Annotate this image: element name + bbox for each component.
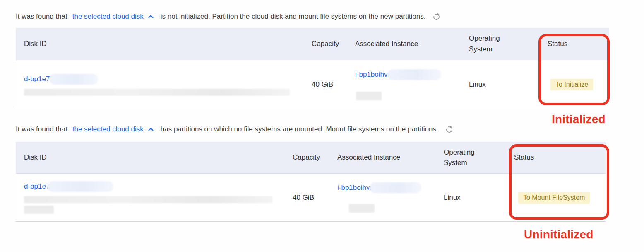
redacted-disk-name — [24, 89, 290, 96]
notice-unmounted-partitions: It was found that the selected cloud dis… — [16, 124, 453, 135]
table-header-row: Disk ID Capacity Associated Instance Ope… — [16, 142, 606, 174]
redacted-disk-meta — [24, 206, 54, 214]
header-capacity: Capacity — [286, 153, 331, 162]
header-associated-instance: Associated Instance — [331, 153, 437, 162]
capacity-cell: 40 GiB — [286, 194, 331, 202]
table-row: d-bp1e7f 40 GiB i-bp1boihvr Linux To Ini… — [16, 60, 609, 109]
instance-cell: i-bp1boihvr — [349, 69, 463, 100]
selected-cloud-disk-link[interactable]: the selected cloud disk — [72, 125, 144, 133]
header-disk-id: Disk ID — [16, 153, 286, 162]
header-operating-system: Operating System — [437, 147, 508, 168]
header-capacity: Capacity — [305, 40, 349, 48]
header-status: Status — [508, 153, 606, 162]
table-row: d-bp1e7 40 GiB i-bp1boihvr Linux To Moun… — [16, 174, 606, 222]
disk-id-link[interactable]: d-bp1e7 — [24, 182, 50, 191]
selected-cloud-disk-link[interactable]: the selected cloud disk — [72, 12, 144, 21]
redacted-instance-name — [356, 92, 382, 100]
os-cell: Linux — [437, 194, 508, 202]
disk-initialization-panel: It was found that the selected cloud dis… — [0, 0, 644, 252]
redacted-instance-id — [370, 182, 421, 193]
header-status: Status — [541, 40, 609, 48]
notice-uninitialized-disk: It was found that the selected cloud dis… — [16, 11, 440, 22]
status-badge: To Mount FileSystem — [518, 192, 590, 204]
uninitialized-disks-table: Disk ID Capacity Associated Instance Ope… — [16, 28, 609, 109]
annotation-label-uninitialized: Uninitialized — [524, 228, 594, 241]
unmounted-disks-table: Disk ID Capacity Associated Instance Ope… — [16, 142, 606, 222]
status-cell: To Initialize — [541, 79, 609, 90]
disk-id-cell: d-bp1e7f — [16, 74, 305, 96]
redacted-disk-id — [47, 181, 113, 192]
instance-cell: i-bp1boihvr — [331, 182, 437, 213]
notice-prefix: It was found that — [16, 12, 67, 21]
instance-id-link[interactable]: i-bp1boihvr — [337, 184, 372, 192]
instance-id-link[interactable]: i-bp1boihvr — [355, 70, 390, 79]
redacted-instance-id — [387, 69, 441, 80]
notice-suffix: is not initialized. Partition the cloud … — [161, 12, 426, 21]
refresh-icon[interactable] — [445, 126, 453, 133]
chevron-up-icon[interactable] — [148, 127, 154, 131]
notice-prefix: It was found that — [16, 125, 67, 133]
redacted-disk-id — [49, 74, 98, 85]
status-badge: To Initialize — [550, 79, 593, 90]
capacity-cell: 40 GiB — [305, 80, 349, 89]
table-header-row: Disk ID Capacity Associated Instance Ope… — [16, 28, 609, 60]
os-cell: Linux — [463, 80, 541, 89]
redacted-instance-name — [349, 204, 375, 213]
status-cell: To Mount FileSystem — [508, 192, 606, 204]
header-disk-id: Disk ID — [16, 40, 305, 48]
redacted-disk-name — [24, 196, 272, 203]
chevron-up-icon[interactable] — [148, 15, 154, 19]
refresh-icon[interactable] — [433, 13, 440, 21]
disk-id-link[interactable]: d-bp1e7f — [24, 75, 52, 83]
header-operating-system: Operating System — [463, 33, 541, 54]
notice-suffix: has partitions on which no file systems … — [161, 125, 438, 133]
disk-id-cell: d-bp1e7 — [16, 181, 286, 214]
annotation-label-initialized: Initialized — [552, 113, 606, 126]
header-associated-instance: Associated Instance — [349, 40, 463, 48]
